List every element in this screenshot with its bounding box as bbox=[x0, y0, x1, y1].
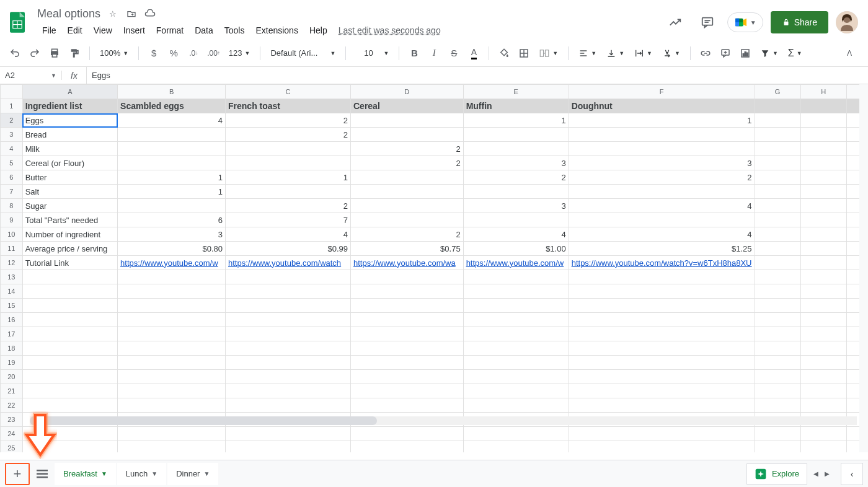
sheet-tab-breakfast[interactable]: Breakfast▼ bbox=[55, 463, 116, 485]
cell[interactable] bbox=[569, 356, 755, 370]
col-header-B[interactable]: B bbox=[118, 85, 226, 99]
text-wrap-button[interactable]: ▼ bbox=[631, 48, 656, 58]
cell[interactable] bbox=[226, 370, 351, 384]
col-header-A[interactable]: A bbox=[22, 85, 117, 99]
cell[interactable] bbox=[350, 170, 463, 185]
cell[interactable] bbox=[350, 185, 463, 199]
cell[interactable]: Milk bbox=[22, 142, 117, 156]
cell[interactable]: 6 bbox=[118, 213, 226, 227]
cell[interactable] bbox=[350, 199, 463, 213]
cell[interactable] bbox=[350, 299, 463, 313]
cell[interactable]: $1.00 bbox=[463, 242, 569, 256]
cell[interactable]: $0.99 bbox=[226, 242, 351, 256]
row-header[interactable]: 23 bbox=[1, 413, 23, 427]
menu-data[interactable]: Data bbox=[190, 23, 218, 38]
cell[interactable] bbox=[22, 341, 117, 356]
cell[interactable] bbox=[755, 313, 800, 327]
cell[interactable] bbox=[755, 128, 800, 142]
star-icon[interactable]: ☆ bbox=[107, 7, 119, 20]
cell[interactable]: 3 bbox=[463, 156, 569, 170]
redo-button[interactable] bbox=[26, 45, 43, 62]
cell[interactable] bbox=[22, 384, 117, 398]
row-header[interactable]: 18 bbox=[1, 341, 23, 356]
cell[interactable]: Butter bbox=[22, 170, 117, 185]
cell[interactable]: Average price / serving bbox=[22, 242, 117, 256]
cell[interactable] bbox=[463, 441, 569, 453]
cell[interactable]: https://www.youtube.com/watch?v=w6TxH8ha… bbox=[569, 256, 755, 270]
cell[interactable]: Salt bbox=[22, 185, 117, 199]
cell[interactable] bbox=[755, 156, 800, 170]
cell[interactable]: $1.25 bbox=[569, 242, 755, 256]
menu-extensions[interactable]: Extensions bbox=[250, 23, 303, 38]
cell[interactable] bbox=[350, 370, 463, 384]
number-format-select[interactable]: 123▼ bbox=[225, 48, 254, 58]
cell[interactable] bbox=[118, 299, 226, 313]
cell[interactable] bbox=[755, 327, 800, 341]
doc-title[interactable]: Meal options bbox=[37, 7, 100, 20]
col-header-H[interactable]: H bbox=[800, 85, 846, 99]
decrease-decimal-button[interactable]: .0↓ bbox=[185, 45, 202, 62]
row-header[interactable]: 10 bbox=[1, 227, 23, 242]
row-header[interactable]: 22 bbox=[1, 398, 23, 413]
cell[interactable]: https://www.youtube.com/w bbox=[463, 256, 569, 270]
cell[interactable]: 3 bbox=[118, 227, 226, 242]
cell[interactable]: $0.80 bbox=[118, 242, 226, 256]
cell[interactable] bbox=[800, 227, 846, 242]
cell[interactable] bbox=[118, 270, 226, 284]
increase-decimal-button[interactable]: .00↑ bbox=[205, 45, 223, 62]
print-button[interactable] bbox=[46, 45, 63, 62]
cell[interactable] bbox=[755, 170, 800, 185]
cell[interactable] bbox=[755, 99, 800, 113]
cell[interactable] bbox=[569, 284, 755, 299]
col-header-F[interactable]: F bbox=[569, 85, 755, 99]
cell[interactable] bbox=[118, 398, 226, 413]
cell[interactable]: 2 bbox=[226, 113, 351, 128]
cell[interactable] bbox=[800, 185, 846, 199]
name-box[interactable]: A2 ▼ bbox=[0, 71, 62, 80]
zoom-select[interactable]: 100%▼ bbox=[96, 48, 132, 58]
font-size-select[interactable]: 10▼ bbox=[352, 48, 392, 58]
row-header[interactable]: 11 bbox=[1, 242, 23, 256]
menu-help[interactable]: Help bbox=[304, 23, 332, 38]
sheet-tab-lunch[interactable]: Lunch▼ bbox=[117, 463, 166, 485]
cell[interactable] bbox=[800, 242, 846, 256]
explore-button[interactable]: Explore bbox=[746, 463, 807, 485]
cell[interactable] bbox=[226, 384, 351, 398]
cell[interactable] bbox=[226, 156, 351, 170]
cell[interactable] bbox=[226, 313, 351, 327]
menu-format[interactable]: Format bbox=[151, 23, 188, 38]
cell[interactable] bbox=[569, 270, 755, 284]
cell[interactable]: 1 bbox=[118, 170, 226, 185]
account-avatar[interactable] bbox=[836, 11, 858, 33]
cell[interactable] bbox=[118, 327, 226, 341]
side-panel-toggle[interactable]: ‹ bbox=[841, 463, 863, 485]
cell[interactable]: Ingredient list bbox=[22, 99, 117, 113]
cell[interactable] bbox=[350, 327, 463, 341]
cell[interactable]: 4 bbox=[569, 199, 755, 213]
cell[interactable] bbox=[22, 370, 117, 384]
row-header[interactable]: 6 bbox=[1, 170, 23, 185]
cell[interactable] bbox=[350, 213, 463, 227]
row-header[interactable]: 21 bbox=[1, 384, 23, 398]
cell[interactable] bbox=[118, 313, 226, 327]
cell[interactable] bbox=[569, 299, 755, 313]
cell[interactable] bbox=[800, 156, 846, 170]
last-edit-link[interactable]: Last edit was seconds ago bbox=[334, 23, 446, 38]
cell[interactable]: 4 bbox=[118, 113, 226, 128]
select-all-corner[interactable] bbox=[1, 85, 23, 99]
cell[interactable] bbox=[755, 256, 800, 270]
cell[interactable] bbox=[755, 370, 800, 384]
move-icon[interactable] bbox=[125, 7, 138, 20]
cell[interactable] bbox=[569, 128, 755, 142]
cell[interactable] bbox=[118, 199, 226, 213]
cell[interactable] bbox=[350, 398, 463, 413]
cell[interactable]: 2 bbox=[226, 199, 351, 213]
cell[interactable] bbox=[350, 341, 463, 356]
cell[interactable]: Muffin bbox=[463, 99, 569, 113]
cell[interactable] bbox=[350, 113, 463, 128]
cell[interactable] bbox=[463, 370, 569, 384]
cell[interactable] bbox=[118, 441, 226, 453]
percent-button[interactable]: % bbox=[165, 45, 182, 62]
share-button[interactable]: Share bbox=[771, 11, 828, 33]
cell[interactable] bbox=[463, 284, 569, 299]
